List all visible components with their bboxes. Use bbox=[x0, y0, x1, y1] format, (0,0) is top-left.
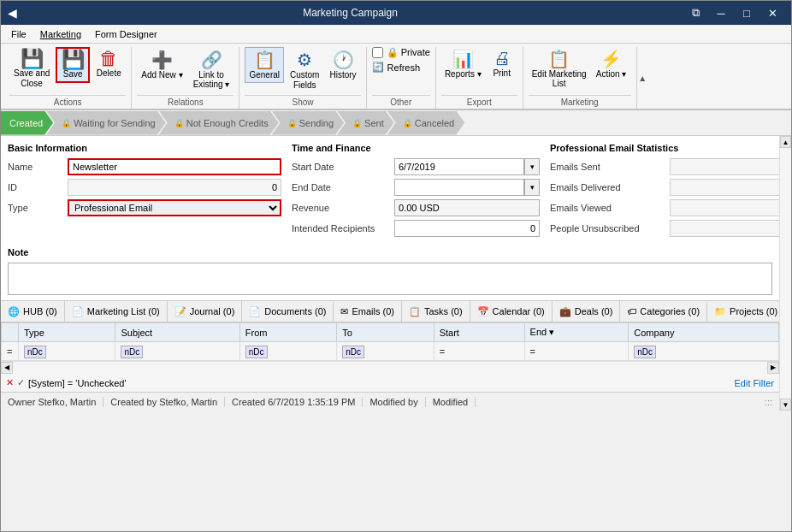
custom-fields-icon: ⚙ bbox=[297, 50, 312, 70]
reports-label: Reports ▾ bbox=[445, 69, 482, 79]
start-date-dropdown[interactable]: ▾ bbox=[524, 158, 540, 175]
col-to[interactable]: To bbox=[337, 323, 434, 342]
link-existing-button[interactable]: 🔗 Link toExisting ▾ bbox=[189, 47, 234, 92]
note-textarea[interactable] bbox=[8, 263, 772, 295]
delete-button[interactable]: 🗑 Delete bbox=[92, 47, 126, 81]
private-checkbox[interactable] bbox=[372, 47, 383, 58]
menu-bar: File Marketing Form Designer bbox=[1, 25, 791, 44]
type-select[interactable]: Professional Email Newsletter Email bbox=[68, 199, 281, 216]
end-date-input[interactable] bbox=[394, 179, 524, 196]
end-date-dropdown[interactable]: ▾ bbox=[524, 179, 540, 196]
tab-marketing-list[interactable]: 📄 Marketing List (0) bbox=[65, 300, 168, 322]
filter-to[interactable]: nDc bbox=[337, 342, 434, 361]
tab-tasks[interactable]: 📋 Tasks (0) bbox=[402, 300, 470, 322]
edit-marketing-icon: 📋 bbox=[548, 49, 570, 69]
add-new-button[interactable]: ➕ Add New ▾ bbox=[137, 47, 186, 82]
ribbon-scroll-right[interactable]: ▲ bbox=[636, 47, 648, 109]
max-btn[interactable]: □ bbox=[735, 3, 759, 22]
emails-delivered-row: Emails Delivered bbox=[550, 179, 779, 196]
name-input[interactable] bbox=[68, 158, 281, 175]
filter-type[interactable]: nDc bbox=[19, 342, 115, 361]
pipeline-step-canceled[interactable]: 🔒 Canceled bbox=[387, 111, 464, 135]
history-button[interactable]: 🕐 History bbox=[325, 47, 360, 83]
col-from[interactable]: From bbox=[239, 323, 336, 342]
menu-file[interactable]: File bbox=[4, 27, 33, 41]
tab-categories[interactable]: 🏷 Categories (0) bbox=[620, 300, 707, 322]
filter-from[interactable]: nDc bbox=[239, 342, 336, 361]
filter-close-btn[interactable]: ✕ bbox=[6, 377, 14, 388]
status-created-by[interactable]: Created by Stefko, Martin bbox=[110, 397, 225, 407]
edit-marketing-button[interactable]: 📋 Edit MarketingList bbox=[529, 47, 590, 90]
recipients-input[interactable] bbox=[394, 220, 540, 237]
menu-marketing[interactable]: Marketing bbox=[33, 27, 88, 41]
action-button[interactable]: ⚡ Action ▾ bbox=[592, 47, 631, 80]
emails-delivered-label: Emails Delivered bbox=[550, 182, 670, 192]
pipeline-step-credits[interactable]: 🔒 Not Enough Credits bbox=[159, 111, 279, 135]
filter-start[interactable]: = bbox=[434, 342, 524, 361]
history-label: History bbox=[329, 70, 356, 80]
revenue-row: Revenue bbox=[292, 199, 540, 216]
col-end[interactable]: End ▾ bbox=[524, 323, 629, 342]
tab-projects[interactable]: 📁 Projects (0) bbox=[707, 300, 779, 322]
custom-fields-button[interactable]: ⚙ CustomFields bbox=[286, 47, 323, 93]
print-button[interactable]: 🖨 Print bbox=[487, 47, 517, 80]
tasks-icon: 📋 bbox=[409, 306, 421, 317]
id-label: ID bbox=[8, 182, 68, 192]
window-title: Marketing Campaign bbox=[17, 7, 683, 19]
scroll-down-btn[interactable]: ▼ bbox=[780, 399, 791, 411]
private-checkbox-label[interactable]: 🔒 Private bbox=[372, 47, 430, 58]
ribbon: 💾 Save andClose 💾 Save 🗑 Delete Actions … bbox=[1, 44, 791, 110]
filter-company[interactable]: nDc bbox=[629, 342, 779, 361]
close-btn[interactable]: ✕ bbox=[760, 3, 784, 22]
tab-deals-label: Deals (0) bbox=[575, 306, 613, 316]
note-label: Note bbox=[8, 247, 772, 257]
filter-check-btn[interactable]: ✓ bbox=[17, 377, 25, 388]
horiz-scroll-track[interactable] bbox=[13, 362, 767, 374]
menu-form-designer[interactable]: Form Designer bbox=[88, 27, 164, 41]
filter-subject[interactable]: nDc bbox=[115, 342, 239, 361]
horiz-scroll-left-btn[interactable]: ◀ bbox=[1, 362, 13, 374]
col-start[interactable]: Start bbox=[434, 323, 524, 342]
print-label: Print bbox=[493, 68, 511, 78]
restore-btn[interactable]: ⧉ bbox=[683, 3, 707, 22]
ribbon-group-marketing: 📋 Edit MarketingList ⚡ Action ▾ Marketin… bbox=[523, 47, 636, 109]
tab-hub[interactable]: 🌐 HUB (0) bbox=[1, 300, 65, 322]
filter-end[interactable]: = bbox=[524, 342, 629, 361]
tab-emails[interactable]: ✉ Emails (0) bbox=[334, 300, 402, 322]
private-label: 🔒 Private bbox=[387, 47, 430, 58]
lock-icon-sent: 🔒 bbox=[352, 119, 362, 127]
tab-journal[interactable]: 📝 Journal (0) bbox=[168, 300, 243, 322]
tab-calendar[interactable]: 📅 Calendar (0) bbox=[470, 300, 553, 322]
horiz-scroll-right-btn[interactable]: ▶ bbox=[767, 362, 779, 374]
pipeline-step-sending-label: Sending bbox=[299, 118, 334, 128]
tab-documents[interactable]: 📄 Documents (0) bbox=[242, 300, 334, 322]
status-modified-by: Modified by bbox=[369, 397, 425, 407]
min-btn[interactable]: ─ bbox=[709, 3, 733, 22]
refresh-button[interactable]: 🔄 Refresh bbox=[372, 62, 421, 73]
edit-filter-btn[interactable]: Edit Filter bbox=[735, 378, 774, 388]
reports-button[interactable]: 📊 Reports ▾ bbox=[441, 47, 485, 80]
tab-deals[interactable]: 💼 Deals (0) bbox=[553, 300, 621, 322]
tab-categories-label: Categories (0) bbox=[640, 306, 700, 316]
pipeline-step-created[interactable]: Created bbox=[1, 111, 53, 135]
resize-grip[interactable]: ::: bbox=[765, 397, 772, 407]
revenue-label: Revenue bbox=[292, 203, 394, 213]
start-date-input[interactable] bbox=[394, 158, 524, 175]
scroll-up-btn[interactable]: ▲ bbox=[780, 136, 791, 148]
col-subject[interactable]: Subject bbox=[115, 323, 239, 342]
people-unsubscribed-row: People Unsubscribed bbox=[550, 220, 779, 237]
back-icon[interactable]: ◀ bbox=[8, 6, 17, 20]
emails-sent-input bbox=[670, 158, 779, 175]
pipeline-step-sending[interactable]: 🔒 Sending bbox=[272, 111, 344, 135]
save-button[interactable]: 💾 Save bbox=[56, 47, 90, 83]
pipeline-step-waiting[interactable]: 🔒 Waiting for Sending bbox=[46, 111, 166, 135]
col-type[interactable]: Type bbox=[19, 323, 115, 342]
status-owner[interactable]: Owner Stefko, Martin bbox=[8, 397, 103, 407]
scroll-track[interactable] bbox=[780, 148, 791, 399]
save-close-button[interactable]: 💾 Save andClose bbox=[9, 47, 54, 92]
general-button[interactable]: 📋 General bbox=[245, 47, 284, 83]
pipeline-step-canceled-label: Canceled bbox=[415, 118, 454, 128]
col-company[interactable]: Company bbox=[629, 323, 779, 342]
pipeline-step-sent[interactable]: 🔒 Sent bbox=[337, 111, 394, 135]
tab-documents-label: Documents (0) bbox=[264, 306, 326, 316]
